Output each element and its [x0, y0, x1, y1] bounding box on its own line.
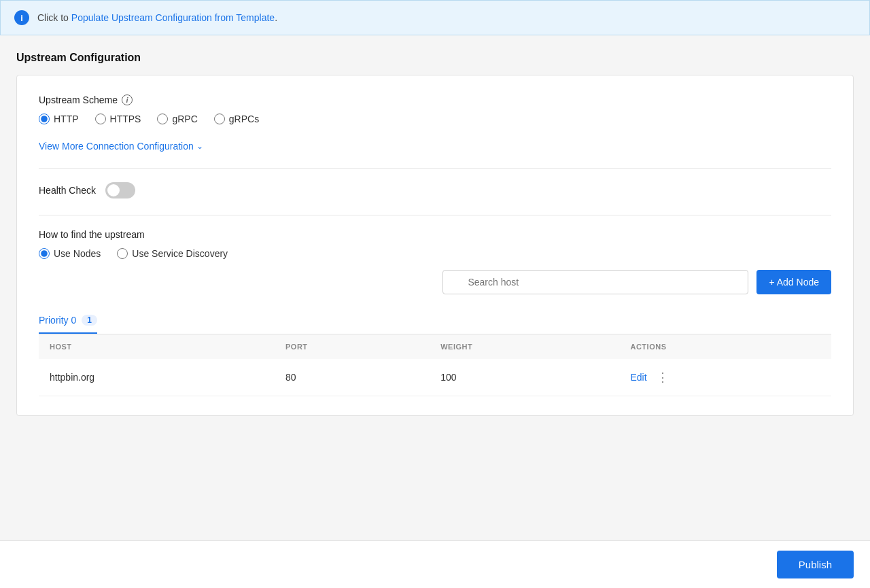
toggle-slider [105, 182, 135, 198]
scheme-grpcs-label: gRPCs [229, 114, 259, 124]
edit-button[interactable]: Edit [630, 372, 646, 383]
table-body: httpbin.org 80 100 Edit ⋮ [39, 359, 831, 396]
health-check-toggle[interactable] [105, 182, 135, 198]
upstream-scheme-info-icon[interactable]: i [122, 94, 133, 105]
config-card: Upstream Scheme i HTTP HTTPS gRPC [16, 75, 854, 416]
node-table: HOST PORT WEIGHT ACTIONS httpbin.org 80 … [39, 334, 831, 396]
scheme-https-radio[interactable] [95, 114, 106, 124]
view-more-connection-link[interactable]: View More Connection Configuration ⌄ [39, 141, 203, 152]
populate-template-link[interactable]: Populate Upstream Configuration from Tem… [71, 12, 275, 23]
priority-tab-badge: 1 [82, 315, 97, 326]
scheme-http-label: HTTP [54, 114, 79, 124]
scheme-grpcs-option[interactable]: gRPCs [214, 114, 259, 124]
col-port: PORT [275, 334, 430, 359]
banner-text: Click to Populate Upstream Configuration… [37, 12, 277, 23]
use-nodes-radio[interactable] [39, 248, 50, 259]
priority-tab-label: Priority 0 [39, 315, 76, 326]
scheme-grpc-radio[interactable] [157, 114, 168, 124]
info-banner: i Click to Populate Upstream Configurati… [0, 0, 870, 35]
use-service-discovery-option[interactable]: Use Service Discovery [117, 248, 228, 259]
publish-button[interactable]: Publish [777, 551, 854, 578]
use-service-discovery-radio[interactable] [117, 248, 128, 259]
more-actions-icon[interactable]: ⋮ [657, 370, 669, 385]
scheme-http-radio[interactable] [39, 114, 50, 124]
info-icon: i [14, 10, 29, 25]
table-header: HOST PORT WEIGHT ACTIONS [39, 334, 831, 359]
divider-2 [39, 215, 831, 215]
page-content: Upstream Configuration Upstream Scheme i… [0, 52, 870, 470]
divider-1 [39, 168, 831, 169]
find-upstream-label: How to find the upstream [39, 229, 831, 240]
use-nodes-label: Use Nodes [54, 248, 101, 259]
banner-text-after: . [275, 12, 277, 23]
scheme-grpc-option[interactable]: gRPC [157, 114, 197, 124]
scheme-https-option[interactable]: HTTPS [95, 114, 141, 124]
upstream-scheme-options: HTTP HTTPS gRPC gRPCs [39, 114, 831, 124]
actions-cell: Edit ⋮ [630, 370, 820, 385]
upstream-scheme-label: Upstream Scheme i [39, 94, 831, 105]
upstream-scheme-group: Upstream Scheme i HTTP HTTPS gRPC [39, 94, 831, 124]
scheme-https-label: HTTPS [110, 114, 141, 124]
find-upstream-options: Use Nodes Use Service Discovery [39, 248, 831, 259]
cell-host: httpbin.org [39, 359, 275, 396]
banner-text-before: Click to [37, 12, 71, 23]
chevron-down-icon: ⌄ [196, 141, 203, 151]
search-host-input[interactable] [442, 270, 748, 294]
cell-actions: Edit ⋮ [619, 359, 831, 396]
use-service-discovery-label: Use Service Discovery [132, 248, 228, 259]
section-title: Upstream Configuration [16, 52, 854, 64]
add-node-button[interactable]: + Add Node [756, 270, 831, 294]
table-header-row: HOST PORT WEIGHT ACTIONS [39, 334, 831, 359]
cell-weight: 100 [430, 359, 619, 396]
col-actions: ACTIONS [619, 334, 831, 359]
col-weight: WEIGHT [430, 334, 619, 359]
footer: Publish [0, 540, 870, 588]
search-wrapper: ♀ [442, 270, 748, 294]
cell-port: 80 [275, 359, 430, 396]
col-host: HOST [39, 334, 275, 359]
view-more-label: View More Connection Configuration [39, 141, 194, 152]
use-nodes-option[interactable]: Use Nodes [39, 248, 101, 259]
scheme-http-option[interactable]: HTTP [39, 114, 79, 124]
search-add-row: ♀ + Add Node [39, 270, 831, 294]
health-check-row: Health Check [39, 182, 831, 198]
scheme-grpc-label: gRPC [172, 114, 197, 124]
scheme-grpcs-radio[interactable] [214, 114, 225, 124]
health-check-label: Health Check [39, 185, 96, 196]
table-row: httpbin.org 80 100 Edit ⋮ [39, 359, 831, 396]
priority-tabs: Priority 0 1 [39, 308, 831, 334]
priority-0-tab[interactable]: Priority 0 1 [39, 308, 97, 334]
